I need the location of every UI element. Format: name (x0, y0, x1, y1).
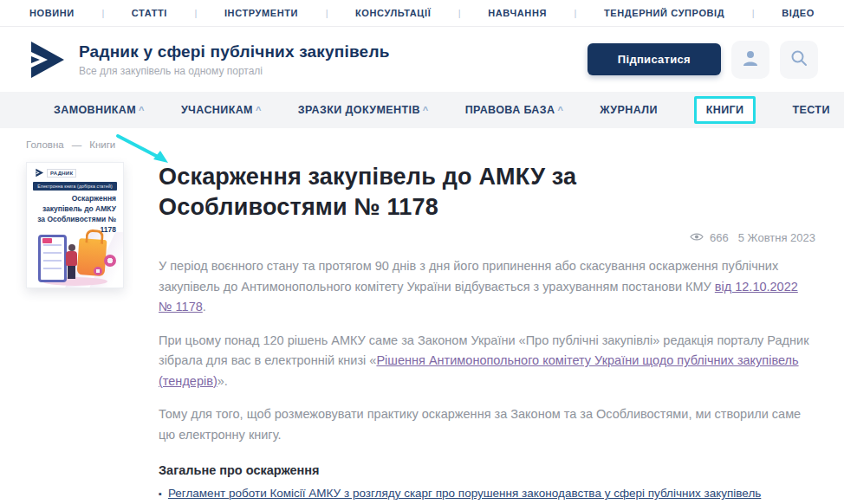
book-cover-title: Оскарження закупівель до АМКУ за Особлив… (27, 194, 123, 236)
user-icon (740, 48, 761, 71)
chevron-icon: ^ (557, 105, 563, 115)
breadcrumb-separator: — (72, 139, 82, 150)
mainnav-item-uchasnykam[interactable]: УЧАСНИКАМ^ (181, 104, 262, 116)
article-link-list: ▪ Регламент роботи Комісії АМКУ з розгля… (159, 487, 817, 504)
mainnav-item-zrazky-dokumentiv[interactable]: ЗРАЗКИ ДОКУМЕНТІВ^ (298, 104, 429, 116)
mainnav-item-pravova-baza[interactable]: ПРАВОВА БАЗА^ (465, 104, 564, 116)
paragraph-text: . (203, 300, 206, 313)
main-nav: ЗАМОВНИКАМ^ УЧАСНИКАМ^ ЗРАЗКИ ДОКУМЕНТІВ… (0, 92, 844, 128)
paragraph-text: ». (217, 374, 228, 388)
mainnav-item-zamovnykam[interactable]: ЗАМОВНИКАМ^ (54, 104, 145, 116)
separator: | (101, 8, 104, 18)
search-icon (789, 48, 808, 70)
mainnav-item-testy[interactable]: ТЕСТИ (792, 104, 829, 116)
site-title-block: Радник у сфері публічних закупівель Все … (79, 42, 588, 77)
views-count: 666 (710, 231, 729, 244)
section-heading: Загальне про оскарження (159, 463, 817, 477)
mainnav-label: ПРАВОВА БАЗА (465, 104, 555, 116)
separator: | (195, 8, 198, 18)
breadcrumb-current[interactable]: Книги (89, 139, 115, 150)
book-cover-logo: РАДНИК (27, 163, 123, 178)
chevron-icon: ^ (423, 105, 429, 115)
separator: | (326, 8, 328, 18)
site-title[interactable]: Радник у сфері публічних закупівель (79, 42, 588, 61)
article-meta: 666 5 Жовтня 2023 (159, 231, 815, 244)
article: Оскарження закупівель до АМКУ за Особлив… (159, 162, 817, 504)
separator: | (752, 8, 755, 18)
topnav-item-novyny[interactable]: НОВИНИ (29, 8, 75, 18)
subscribe-button[interactable]: Підписатися (588, 43, 721, 75)
mainnav-label: ЗАМОВНИКАМ (54, 104, 136, 116)
publish-date: 5 Жовтня 2023 (738, 231, 815, 244)
paragraph-1: У період воєнного стану та протягом 90 д… (159, 256, 813, 317)
search-button[interactable] (780, 41, 818, 79)
list-item: ▪ Регламент роботи Комісії АМКУ з розгля… (159, 487, 817, 501)
book-cover-banner: Електронна книга (добірка статей) (33, 182, 117, 191)
book-cover[interactable]: РАДНИК Електронна книга (добірка статей)… (26, 162, 124, 288)
breadcrumb-home[interactable]: Головна (26, 139, 64, 150)
page-title: Оскарження закупівель до АМКУ за Особлив… (159, 162, 765, 223)
page-content: РАДНИК Електронна книга (добірка статей)… (0, 153, 844, 504)
top-utility-nav: НОВИНИ | СТАТТІ | ІНСТРУМЕНТИ | КОНСУЛЬТ… (0, 0, 844, 27)
separator: | (458, 8, 461, 18)
book-cover-logo-text: РАДНИК (47, 169, 76, 178)
paragraph-3: Тому для того, щоб розмежовувати практик… (159, 404, 813, 445)
paragraph-text: У період воєнного стану та протягом 90 д… (159, 259, 778, 293)
topnav-item-tendernyi-suprovid[interactable]: ТЕНДЕРНИЙ СУПРОВІД (604, 8, 724, 18)
bullet-icon: ▪ (159, 488, 162, 501)
book-cover-illustration (27, 232, 123, 288)
topnav-item-instrumenty[interactable]: ІНСТРУМЕНТИ (224, 8, 298, 18)
separator: | (575, 8, 577, 18)
site-header: Радник у сфері публічних закупівель Все … (0, 27, 844, 92)
account-button[interactable] (731, 41, 769, 79)
mainnav-label: УЧАСНИКАМ (181, 104, 253, 116)
site-subtitle: Все для закупівель на одному порталі (79, 65, 588, 77)
paragraph-2: При цьому понад 120 рішень АМКУ саме за … (159, 331, 813, 391)
mainnav-label: ЗРАЗКИ ДОКУМЕНТІВ (298, 104, 420, 116)
topnav-item-konsultatsii[interactable]: КОНСУЛЬТАЦІЇ (355, 8, 431, 18)
chevron-icon: ^ (139, 105, 145, 115)
eye-icon (690, 231, 704, 244)
topnav-item-statti[interactable]: СТАТТІ (132, 8, 167, 18)
mainnav-item-knyhy[interactable]: КНИГИ (694, 96, 756, 124)
chevron-icon: ^ (256, 105, 262, 115)
topnav-item-navchannia[interactable]: НАВЧАННЯ (488, 8, 547, 18)
topnav-item-video[interactable]: ВІДЕО (782, 8, 815, 18)
breadcrumb: Головна — Книги (0, 128, 844, 153)
mainnav-item-zhurnaly[interactable]: ЖУРНАЛИ (600, 104, 657, 116)
site-logo-icon[interactable] (26, 39, 68, 81)
site-logo-icon (35, 168, 44, 178)
link-amku-regulation[interactable]: Регламент роботи Комісії АМКУ з розгляду… (168, 487, 761, 501)
